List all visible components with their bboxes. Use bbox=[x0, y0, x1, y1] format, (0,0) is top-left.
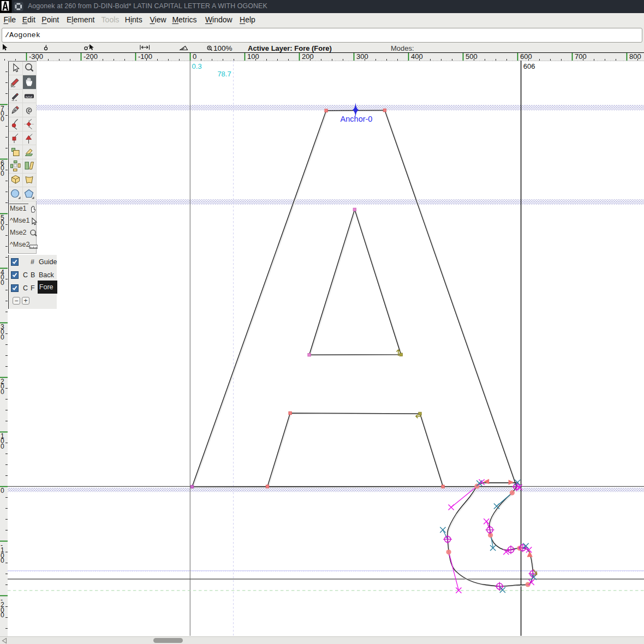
svg-text:0: 0 bbox=[1, 278, 4, 286]
svg-text:-100: -100 bbox=[138, 53, 152, 61]
svg-text:0: 0 bbox=[1, 333, 4, 341]
svg-text:700: 700 bbox=[575, 53, 587, 61]
svg-text:300: 300 bbox=[356, 53, 368, 61]
svg-text:400: 400 bbox=[411, 53, 423, 61]
svg-text:Active Layer: Fore (Fore): Active Layer: Fore (Fore) bbox=[248, 44, 332, 52]
svg-text:0: 0 bbox=[1, 387, 4, 395]
svg-text:Modes:: Modes: bbox=[391, 44, 414, 52]
svg-text:600: 600 bbox=[520, 53, 532, 61]
svg-text:500: 500 bbox=[466, 53, 478, 61]
svg-text:0.3: 0.3 bbox=[192, 62, 202, 70]
svg-text:800: 800 bbox=[629, 53, 641, 61]
svg-text:0: 0 bbox=[1, 486, 4, 494]
svg-text:-300: -300 bbox=[29, 53, 43, 61]
svg-text:0: 0 bbox=[1, 169, 4, 177]
svg-text:0: 0 bbox=[1, 442, 4, 450]
svg-text:78.7: 78.7 bbox=[217, 70, 231, 78]
svg-text:100%: 100% bbox=[213, 44, 232, 52]
svg-text:0: 0 bbox=[1, 557, 4, 564]
svg-text:0: 0 bbox=[1, 611, 4, 619]
svg-text:Anchor-0: Anchor-0 bbox=[341, 115, 373, 123]
svg-text:0: 0 bbox=[1, 115, 4, 122]
svg-text:200: 200 bbox=[302, 53, 314, 61]
svg-text:0: 0 bbox=[193, 53, 196, 61]
svg-text:100: 100 bbox=[247, 53, 259, 61]
svg-text:606: 606 bbox=[523, 62, 535, 70]
svg-text:-200: -200 bbox=[84, 53, 98, 61]
svg-text:0: 0 bbox=[1, 224, 4, 231]
